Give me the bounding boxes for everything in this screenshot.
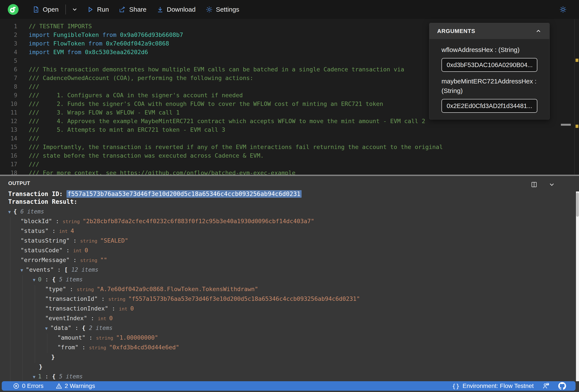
json-row: "statusCode" : int 0 (0, 245, 579, 255)
warnings-indicator[interactable]: 2 Warnings (56, 383, 95, 390)
line-number: 5 (0, 56, 17, 65)
json-rows: ▼ { 6 items"blockId" : string "2b28cbfb8… (0, 207, 579, 391)
json-row: "status" : int 4 (0, 226, 579, 236)
line-number: 13 (0, 125, 17, 134)
line-number: 10 (0, 100, 17, 108)
github-icon[interactable] (558, 382, 566, 390)
warning-mark-icon (576, 125, 578, 128)
arguments-header[interactable]: ARGUMENTS (430, 23, 549, 39)
json-key: "data" (50, 325, 72, 331)
code-text: import FungibleToken from 0x9a0766d93b66… (29, 31, 183, 39)
argument-label: maybeMintERC721AddressHex : (String) (441, 77, 537, 96)
line-number: 3 (0, 39, 17, 48)
environment-indicator[interactable]: {} Environment: Flow Testnet (452, 383, 534, 390)
json-key: "type" (45, 286, 66, 292)
flow-logo-icon[interactable] (8, 4, 19, 15)
transaction-summary: Transaction ID: f557a1573b76aa53e73d46f3… (8, 190, 579, 206)
json-tlabel: string (89, 345, 109, 350)
wflow-address-input[interactable] (441, 58, 537, 72)
line-number: 7 (0, 74, 17, 82)
errors-indicator[interactable]: 0 Errors (13, 383, 44, 390)
output-actions (531, 181, 555, 188)
theme-toggle-button[interactable] (559, 6, 567, 13)
json-brace: { (52, 373, 59, 380)
run-label: Run (97, 6, 109, 13)
code-token: 0x9a0766d93b6608b7 (120, 31, 183, 38)
settings-button[interactable]: Settings (206, 6, 239, 13)
download-label: Download (167, 6, 196, 13)
feedback-person-icon[interactable] (542, 382, 550, 390)
json-key: "status" (20, 227, 49, 234)
playground-window: Open Run Share Download (0, 0, 579, 392)
collapse-toggle-icon[interactable]: ▼ (45, 326, 50, 331)
transaction-id-line: Transaction ID: f557a1573b76aa53e73d46f3… (8, 190, 579, 198)
code-token: import (29, 40, 53, 47)
run-play-icon (86, 6, 94, 13)
json-key: "blockId" (20, 218, 52, 224)
json-str: "" (100, 257, 107, 263)
code-text: /// This transaction demonstrates how mu… (29, 65, 404, 74)
output-panel: OUTPUT Transaction ID: f557a1573b76aa53e… (0, 176, 579, 392)
sun-icon (559, 6, 567, 13)
share-button[interactable]: Share (119, 6, 146, 13)
json-row: ▼ 0 : { 5 items (0, 275, 579, 284)
json-result-tree: ▼ { 6 items"blockId" : string "2b28cbfb8… (0, 207, 579, 391)
line-number: 11 (0, 108, 17, 117)
json-row: "blockId" : string "2b28cbfb87da2cfec4f0… (0, 216, 579, 226)
collapse-toggle-icon[interactable]: ▼ (33, 277, 38, 282)
json-key: "transactionId" (45, 295, 98, 302)
json-str: "SEALED" (100, 237, 128, 244)
transaction-id-value[interactable]: f557a1573b76aa53e73d46f3e10d200d5c18a653… (67, 190, 302, 198)
json-tlabel: string (80, 258, 100, 263)
status-bar-right: {} Environment: Flow Testnet (452, 382, 566, 390)
code-line: 13/// 5. Attempts to mint an ERC721 toke… (0, 125, 579, 134)
code-token: /// (29, 135, 39, 142)
output-scrollbar-thumb[interactable] (576, 193, 579, 217)
json-colon: : (41, 276, 52, 283)
code-text: import FlowToken from 0x7e60df042a9c0868 (29, 39, 169, 48)
json-brace: { (82, 325, 89, 331)
json-idx: 1 (38, 373, 41, 380)
json-row: "from" : string "0xfd3b4cd50d44e6ed" (0, 342, 579, 352)
indent-guide (10, 217, 10, 383)
maybe-mint-address-input[interactable] (441, 99, 537, 113)
code-token: 0x8c5303eaa26202d6 (85, 49, 148, 56)
json-row: "type" : string "A.7e60df042a9c0868.Flow… (0, 284, 579, 294)
code-token: /// Importantly, the transaction is reve… (29, 144, 443, 150)
json-row: "amount" : string "1.00000000" (0, 333, 579, 342)
output-scrollbar-track[interactable] (576, 191, 579, 381)
json-key: "events" (26, 266, 54, 273)
output-title: OUTPUT (0, 176, 579, 186)
json-tlabel: int (119, 306, 130, 312)
json-colon: : (52, 218, 63, 224)
collapse-output-chevron-icon[interactable] (548, 181, 555, 188)
toolbar-divider (66, 4, 66, 14)
share-label: Share (129, 6, 146, 13)
open-dropdown-button[interactable] (72, 6, 78, 13)
split-view-icon[interactable] (531, 181, 538, 188)
open-button[interactable]: Open (32, 6, 59, 13)
code-text: /// (29, 134, 39, 143)
json-str: "0xfd3b4cd50d44e6ed" (109, 344, 179, 351)
download-button[interactable]: Download (156, 6, 196, 13)
json-brace: [ (64, 266, 72, 273)
json-count: 6 items (20, 208, 44, 215)
json-colon: : (98, 295, 108, 302)
code-text: /// 2. Funds the signer's COA with enoug… (29, 100, 383, 108)
settings-label: Settings (216, 6, 239, 13)
line-number: 8 (0, 82, 17, 91)
code-token: /// 3. Wraps FLOW as WFLOW - EVM call 1 (29, 109, 180, 116)
download-icon (156, 6, 164, 13)
json-str: "A.7e60df042a9c0868.FlowToken.TokensWith… (97, 286, 258, 292)
collapse-toggle-icon[interactable]: ▼ (20, 268, 26, 273)
chevron-up-icon[interactable] (535, 28, 542, 34)
line-number: 4 (0, 48, 17, 56)
json-colon: : (85, 334, 96, 341)
code-token: import (29, 49, 53, 56)
code-text: import EVM from 0x8c5303eaa26202d6 (29, 48, 148, 56)
run-button[interactable]: Run (86, 6, 109, 13)
environment-label: Environment: Flow Testnet (463, 383, 534, 390)
collapse-toggle-icon[interactable]: ▼ (8, 209, 13, 215)
line-number: 15 (0, 143, 17, 151)
collapse-toggle-icon[interactable]: ▼ (33, 374, 38, 380)
